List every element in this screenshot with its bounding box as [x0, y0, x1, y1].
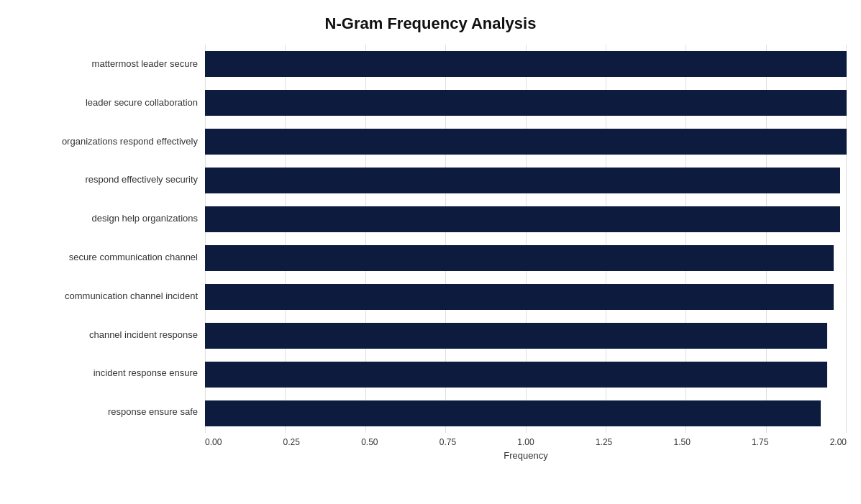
y-label: organizations respond effectively	[62, 122, 198, 161]
chart-title: N-Gram Frequency Analysis	[325, 14, 537, 33]
x-tick: 0.00	[205, 437, 222, 447]
bar	[205, 245, 834, 271]
bar	[205, 90, 847, 116]
y-label: incident response ensure	[94, 354, 198, 393]
x-axis-label: Frequency	[14, 450, 847, 461]
bar	[205, 129, 847, 155]
y-label: design help organizations	[92, 199, 198, 238]
bar	[205, 206, 840, 232]
chart-container: N-Gram Frequency Analysis mattermost lea…	[0, 0, 861, 504]
bar-row	[205, 394, 847, 433]
y-labels: mattermost leader secureleader secure co…	[14, 45, 205, 433]
bar-row	[205, 200, 847, 239]
x-tick: 2.00	[830, 437, 847, 447]
x-tick: 1.25	[596, 437, 612, 447]
chart-area: mattermost leader secureleader secure co…	[14, 45, 847, 433]
bar-row	[205, 239, 847, 278]
bottom-area: 0.000.250.500.751.001.251.501.752.00 Fre…	[14, 433, 847, 461]
bars-section	[205, 45, 847, 433]
bar-row	[205, 278, 847, 316]
bar	[205, 323, 827, 349]
y-label: mattermost leader secure	[92, 45, 198, 83]
bar-row	[205, 83, 847, 122]
x-tick: 1.50	[673, 437, 690, 447]
bar-row	[205, 355, 847, 394]
x-tick: 0.75	[439, 437, 456, 447]
y-label: secure communication channel	[69, 238, 198, 277]
bar	[205, 284, 834, 310]
x-tick: 0.50	[361, 437, 378, 447]
x-tick: 1.75	[752, 437, 768, 447]
bar-row	[205, 45, 847, 83]
y-label: channel incident response	[89, 316, 198, 354]
y-label: leader secure collaboration	[86, 83, 198, 122]
x-tick: 0.25	[283, 437, 300, 447]
x-tick: 1.00	[517, 437, 534, 447]
bar-row	[205, 122, 847, 161]
bar-row	[205, 161, 847, 200]
y-label: communication channel incident	[65, 277, 198, 316]
y-label: respond effectively security	[85, 160, 198, 199]
bar	[205, 51, 847, 77]
bar	[205, 400, 821, 426]
x-axis: 0.000.250.500.751.001.251.501.752.00	[14, 437, 847, 447]
bar	[205, 168, 840, 193]
bar-row	[205, 316, 847, 355]
y-label: response ensure safe	[108, 393, 198, 431]
bar	[205, 362, 827, 388]
